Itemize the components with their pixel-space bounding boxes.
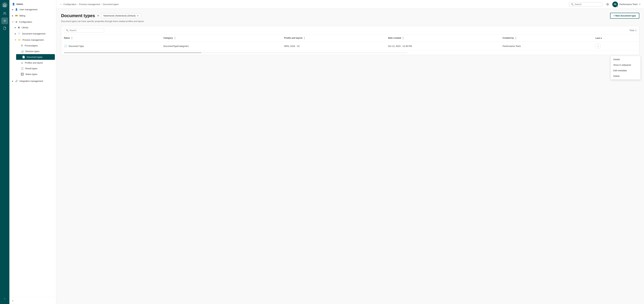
sidebar-item-configuration[interactable]: ▼ ⚙ Configuration (10, 19, 56, 25)
sidebar-label-profiles-layout: Profiles and layout (25, 62, 43, 64)
page-title: Document types (61, 13, 95, 18)
sidebar-item-decision-types[interactable]: 📊 Decision types (15, 48, 56, 54)
status-types-icon: 🔲 (21, 73, 24, 75)
sidebar-item-process-management[interactable]: ▼ 📁 Process management (12, 37, 56, 43)
cell-date-created: Oct 13, 2023 - 12:36 PM (385, 42, 500, 51)
sidebar-label-configuration: Configuration (19, 21, 32, 23)
sidebar-item-profiles-layout[interactable]: 🗂 Profiles and layout (15, 60, 56, 66)
col-date-created[interactable]: Date created ▲▼ (385, 35, 500, 42)
scrollbar-thumb[interactable] (64, 52, 201, 53)
topbar-search-box[interactable]: 🔍 (569, 2, 602, 7)
col-created-by[interactable]: Created by ▲▼ (500, 35, 593, 42)
sidebar-admin-label: Admin (16, 3, 23, 5)
content-header: Document types • Nederlands (Nederland) … (61, 13, 639, 19)
user-management-icon: 👤 (15, 8, 18, 11)
context-menu-details[interactable]: Details (610, 57, 640, 62)
search-input[interactable] (574, 3, 601, 6)
language-dropdown[interactable]: Nederlands (Nederland) (Default) ▼ (101, 13, 141, 18)
nav-icon-people[interactable] (1, 10, 8, 17)
user-info[interactable]: PE Performance Test1 ▼ (612, 2, 641, 7)
sidebar-collapse-button[interactable]: « « (10, 297, 56, 304)
expand-icon-bar[interactable]: « (1, 295, 8, 302)
breadcrumb-document-types: Document types (103, 3, 118, 6)
document-management-icon: 📄 (18, 33, 20, 35)
cell-created-by: Performance Test1 (500, 42, 593, 51)
settings-button[interactable]: ⚙ (604, 1, 610, 8)
breadcrumb-process-management: Process management (79, 3, 100, 6)
title-separator: • (97, 13, 99, 18)
integration-icon: 🔗 (15, 80, 18, 82)
sidebar-item-integration-management[interactable]: ▶ 🔗 Integration management (10, 78, 56, 84)
col-last-updated: Last u (593, 35, 639, 42)
sidebar-item-billing[interactable]: ▶ 💳 Billing (10, 13, 56, 19)
decision-types-icon: 📊 (21, 50, 24, 53)
cell-actions: ⋮ (593, 42, 639, 51)
back-button[interactable]: ← (60, 3, 62, 6)
table-search-input[interactable] (70, 29, 102, 32)
sidebar-item-document-management[interactable]: ▶ 📄 Document management (12, 31, 56, 37)
chevron-right-icon: ▶ (12, 9, 14, 11)
search-icon: 🔍 (571, 3, 574, 6)
sidebar-item-user-management[interactable]: ▶ 👤 User management (10, 7, 56, 12)
sidebar-item-processtypes[interactable]: ⚙ Processtypes (15, 43, 56, 48)
page-description: Document types can have specific propert… (61, 20, 639, 23)
sidebar-label-billing: Billing (20, 15, 25, 17)
sidebar-label-user-management: User management (20, 8, 38, 11)
app-logo (2, 2, 8, 8)
chevron-right-icon-docmgmt: ▶ (15, 33, 16, 35)
breadcrumb-sep-2: / (101, 3, 102, 6)
sidebar-item-result-types[interactable]: 📋 Result types (15, 66, 56, 71)
user-name: Performance Test1 (619, 3, 638, 6)
cell-name: 📄 Document Type (61, 42, 161, 51)
context-menu-show-sidepanel[interactable]: Show in sidepanel (610, 62, 640, 68)
language-label: Nederlands (Nederland) (Default) (103, 15, 136, 17)
chevron-right-icon-integration: ▶ (12, 80, 14, 82)
document-row-icon: 📄 (64, 45, 67, 48)
collapse-icon: « (12, 299, 14, 302)
nav-icon-config[interactable] (1, 18, 8, 24)
sidebar-process-children: ⚙ Processtypes 📊 Decision types 📄 Docume… (12, 43, 56, 77)
scrollbar-track (64, 52, 408, 53)
table-search-box[interactable]: 🔍 (64, 28, 104, 33)
breadcrumb-sep-1: / (77, 3, 78, 6)
sidebar-item-document-types[interactable]: 📄 Document types (16, 54, 55, 60)
nav-icon-docs[interactable] (1, 25, 8, 32)
config-icon: ⚙ (16, 21, 18, 23)
cell-category: DocumentTypeCategorie1 (161, 42, 282, 51)
row-action-button[interactable]: ⋮ (596, 44, 600, 49)
sidebar-sub-configuration: ▶ 🏛 Library ▶ 📄 Document management ▼ 📁 (10, 25, 56, 77)
sort-icon-name: ▲▼ (71, 37, 73, 40)
context-menu: Details Show in sidepanel Edit metadata … (610, 56, 641, 80)
breadcrumb-configuration: Configuration (64, 3, 76, 6)
sidebar-label-result-types: Result types (25, 67, 38, 70)
new-document-type-button[interactable]: + New document type (610, 13, 639, 19)
sort-icon-created-by: ▲▼ (515, 37, 517, 40)
sidebar-group-configuration: ▼ ⚙ Configuration ▶ 🏛 Library ▶ 📄 Docume… (10, 19, 56, 78)
sidebar-admin-header[interactable]: 👤 Admin (10, 0, 56, 7)
sidebar-item-status-types[interactable]: 🔲 Status types (15, 71, 56, 77)
content-area: Document types • Nederlands (Nederland) … (56, 9, 644, 304)
scrollbar-area (61, 51, 639, 55)
sidebar-label-processtypes: Processtypes (25, 44, 38, 47)
sort-icon-date: ▲▼ (402, 37, 404, 40)
sidebar: 👤 Admin ▶ 👤 User management ▶ 💳 Billing … (10, 0, 56, 304)
col-profile-layout[interactable]: Profile and layout ▲▼ (281, 35, 385, 42)
context-menu-edit-metadata[interactable]: Edit metadata (610, 68, 640, 73)
sidebar-group-user-management: ▶ 👤 User management (10, 7, 56, 12)
sidebar-label-status-types: Status types (25, 73, 38, 75)
document-types-icon: 📄 (22, 56, 25, 58)
chevron-right-icon-billing: ▶ (12, 15, 14, 17)
sidebar-label-process-management: Process management (22, 39, 44, 41)
document-types-table: Name ▲▼ Category ▲▼ Profile and layout ▲… (61, 35, 639, 51)
table-toolbar: 🔍 Total: 1 (61, 26, 639, 35)
user-dropdown-icon: ▼ (639, 3, 641, 5)
breadcrumb: ← Configuration / Process management / D… (60, 3, 567, 6)
col-name[interactable]: Name ▲▼ (61, 35, 161, 42)
cell-profile-layout: NPAL 1010 - V2 (281, 42, 385, 51)
icon-bar: « (0, 0, 10, 304)
col-category[interactable]: Category ▲▼ (161, 35, 282, 42)
topbar-right: ⚙ PE Performance Test1 ▼ (604, 1, 641, 8)
total-count: Total: 1 (630, 29, 636, 32)
sidebar-item-library[interactable]: ▶ 🏛 Library (12, 25, 56, 30)
context-menu-delete[interactable]: Delete (610, 73, 640, 79)
